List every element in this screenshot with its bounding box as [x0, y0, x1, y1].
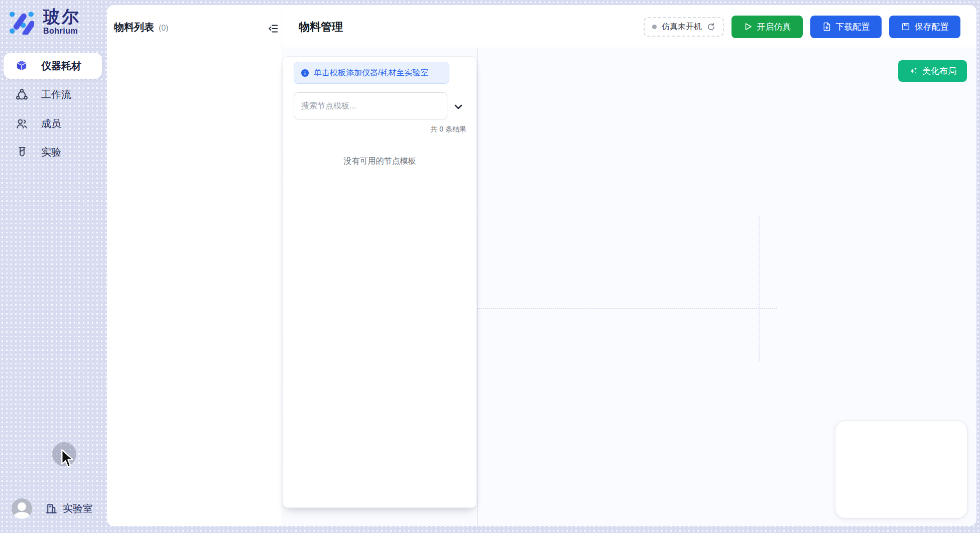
sidebar-item-experiment[interactable]: 实验 — [4, 139, 102, 165]
template-search-input[interactable] — [294, 92, 447, 119]
sidebar-item-label: 仪器耗材 — [41, 59, 81, 73]
beautify-layout-button[interactable]: 美化布局 — [898, 60, 967, 82]
experiment-icon — [15, 146, 28, 159]
play-icon — [744, 22, 753, 31]
app-title: 玻尔 — [43, 8, 80, 25]
sidebar-item-label: 实验 — [41, 146, 61, 159]
refresh-icon[interactable] — [707, 23, 715, 31]
info-icon — [301, 69, 309, 77]
sidebar-item-instruments[interactable]: 仪器耗材 — [4, 53, 102, 79]
app-subtitle: Bohrium — [43, 27, 80, 36]
flow-canvas[interactable]: 美化布局 单击模板添加仪器/耗材至实验室 共 0 条结 — [282, 48, 976, 526]
materials-list-panel: 物料列表 (0) — [107, 5, 282, 526]
template-hint-banner: 单击模板添加仪器/耗材至实验室 — [294, 62, 449, 84]
bohrium-logo-icon — [9, 10, 34, 35]
save-config-button[interactable]: 保存配置 — [889, 16, 960, 38]
template-result-count: 共 0 条结果 — [430, 125, 466, 134]
lab-label: 实验室 — [63, 502, 93, 515]
lab-switcher[interactable]: 实验室 — [45, 502, 93, 515]
building-icon — [45, 502, 58, 515]
mouse-cursor — [60, 449, 75, 468]
members-icon — [15, 117, 28, 130]
canvas-guide-line — [477, 308, 777, 309]
collapse-panel-icon[interactable] — [268, 23, 279, 34]
file-download-icon — [822, 22, 831, 31]
canvas-guide-line — [477, 48, 478, 526]
start-simulation-button[interactable]: 开启仿真 — [731, 16, 803, 38]
sidebar-item-members[interactable]: 成员 — [4, 110, 102, 137]
sparkles-icon — [909, 66, 918, 76]
workflow-icon — [15, 88, 28, 101]
chevron-down-icon[interactable] — [452, 101, 464, 113]
simulation-status-text: 仿真未开机 — [662, 22, 702, 32]
sidebar-item-label: 成员 — [41, 117, 61, 130]
template-hint-text: 单击模板添加仪器/耗材至实验室 — [314, 68, 428, 78]
template-empty-message: 没有可用的节点模板 — [283, 156, 476, 167]
page-header: 物料管理 仿真未开机 开启仿真 — [282, 5, 976, 48]
user-avatar[interactable] — [12, 498, 32, 519]
simulation-status-badge[interactable]: 仿真未开机 — [644, 17, 724, 37]
sidebar-item-workflow[interactable]: 工作流 — [4, 81, 102, 107]
page-title: 物料管理 — [299, 20, 343, 35]
materials-list-count: (0) — [159, 24, 169, 33]
canvas-minimap[interactable] — [835, 421, 967, 518]
download-config-button[interactable]: 下载配置 — [810, 16, 882, 38]
content-card: 物料列表 (0) 物料管理 仿真未开机 — [107, 5, 976, 526]
materials-list-title: 物料列表 — [114, 21, 154, 34]
cube-icon — [15, 59, 28, 72]
status-dot-icon — [652, 25, 657, 29]
node-template-panel: 单击模板添加仪器/耗材至实验室 共 0 条结果 没有可用的节点模板 — [283, 56, 477, 508]
canvas-guide-line — [759, 216, 760, 361]
sidebar-item-label: 工作流 — [41, 88, 71, 101]
save-icon — [901, 22, 910, 31]
app-logo: 玻尔 Bohrium — [9, 8, 80, 36]
